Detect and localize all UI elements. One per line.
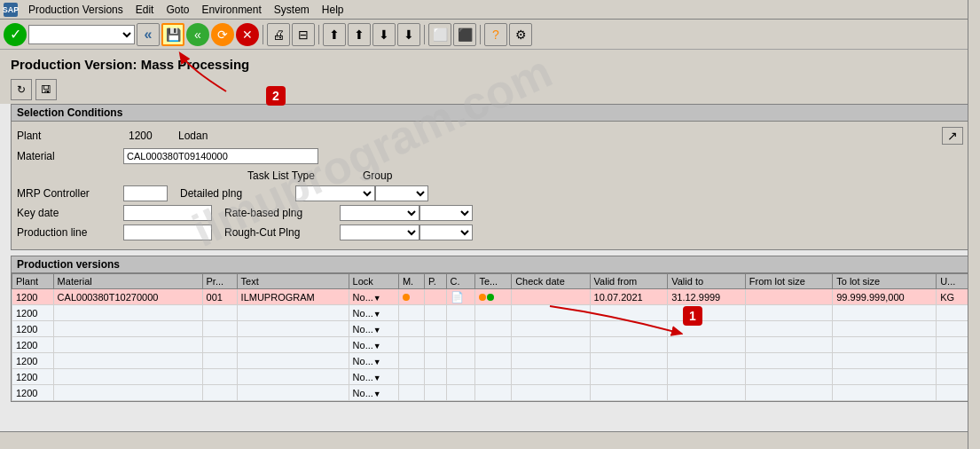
config-button[interactable]: ⚙ bbox=[509, 23, 532, 46]
menu-edit[interactable]: Edit bbox=[130, 3, 160, 17]
cell-value bbox=[745, 353, 832, 369]
material-input[interactable] bbox=[123, 148, 318, 164]
cell-value: 99.999.999,000 bbox=[833, 289, 937, 305]
col-fromlot: From lot size bbox=[745, 274, 832, 289]
lock-dropdown[interactable]: ▼ bbox=[373, 326, 381, 335]
rate-based-type-select[interactable] bbox=[340, 205, 419, 221]
table-row[interactable]: 1200CAL000380T10270000001ILMUPROGRAMNo..… bbox=[12, 289, 968, 305]
production-versions-table: Plant Material Pr... Text Lock M. P. C. … bbox=[12, 273, 968, 401]
cell-value bbox=[237, 369, 349, 385]
prev-button[interactable]: ⬆ bbox=[348, 23, 371, 46]
lock-dropdown[interactable]: ▼ bbox=[373, 310, 381, 319]
menu-goto[interactable]: Goto bbox=[161, 3, 194, 17]
detailed-plng-type-select[interactable] bbox=[295, 185, 375, 201]
next-button[interactable]: ⬇ bbox=[372, 23, 396, 46]
task-list-header-row: Task List Type Group bbox=[17, 169, 963, 182]
cancel-button[interactable]: ✕ bbox=[236, 23, 259, 46]
menu-environment[interactable]: Environment bbox=[196, 3, 266, 17]
cell-value: 001 bbox=[202, 289, 237, 305]
print2-button[interactable]: ⊟ bbox=[292, 23, 315, 46]
window1-button[interactable]: ⬜ bbox=[428, 23, 451, 46]
roughcut-group-select[interactable] bbox=[419, 224, 473, 240]
cell-value: 1200 bbox=[12, 385, 54, 401]
cell-value bbox=[446, 337, 475, 353]
cell-value bbox=[446, 305, 475, 321]
detailed-plng-group-select[interactable] bbox=[375, 185, 428, 201]
command-input[interactable] bbox=[28, 25, 135, 44]
menu-help[interactable]: Help bbox=[317, 3, 349, 17]
lock-value: No... bbox=[353, 372, 373, 382]
keydate-input[interactable] bbox=[123, 205, 212, 221]
help-button[interactable]: ? bbox=[484, 23, 507, 46]
scrollbar[interactable] bbox=[968, 0, 980, 449]
prodline-row: Production line Rough-Cut Plng bbox=[17, 224, 963, 240]
local-file-button[interactable]: 🖫 bbox=[35, 79, 57, 100]
table-row[interactable]: 1200No...▼ bbox=[12, 369, 968, 385]
cell-value bbox=[202, 321, 237, 337]
lock-dropdown[interactable]: ▼ bbox=[373, 358, 381, 366]
lock-dropdown[interactable]: ▼ bbox=[373, 374, 381, 382]
confirm-button[interactable]: ✓ bbox=[4, 23, 27, 46]
menu-production-versions[interactable]: Production Versions bbox=[23, 3, 129, 17]
cell-value: CAL000380T10270000 bbox=[53, 289, 202, 305]
cell-value bbox=[446, 369, 475, 385]
col-tolot: To lot size bbox=[833, 274, 937, 289]
cell-value bbox=[512, 353, 590, 369]
lock-dropdown[interactable]: ▼ bbox=[373, 342, 381, 351]
lock-dropdown[interactable]: ▼ bbox=[373, 294, 381, 303]
col-lock: Lock bbox=[349, 274, 398, 289]
cell-value bbox=[446, 353, 475, 369]
col-c: C. bbox=[446, 274, 475, 289]
cell-value: 1200 bbox=[12, 369, 54, 385]
plant-row: Plant 1200 Lodan ↗ bbox=[17, 127, 963, 145]
roughcut-type-select[interactable] bbox=[340, 224, 419, 240]
cell-value bbox=[53, 337, 202, 353]
table-row[interactable]: 1200No...▼ bbox=[12, 321, 968, 337]
prodline-input[interactable] bbox=[123, 224, 212, 240]
save-button[interactable]: 💾 bbox=[161, 23, 184, 46]
menu-system[interactable]: System bbox=[269, 3, 315, 17]
table-row[interactable]: 1200No...▼ bbox=[12, 353, 968, 369]
lock-value: No... bbox=[353, 356, 373, 366]
cell-value bbox=[745, 385, 832, 401]
cell-value: 1200 bbox=[12, 305, 54, 321]
page-toolbar: ↻ 🖫 bbox=[11, 75, 969, 104]
last-button[interactable]: ⬇ bbox=[397, 23, 420, 46]
table-row[interactable]: 1200No...▼ bbox=[12, 337, 968, 353]
mrp-input[interactable] bbox=[123, 185, 168, 201]
cell-value bbox=[475, 337, 512, 353]
cell-value: 1200 bbox=[12, 353, 54, 369]
back-button[interactable]: « bbox=[137, 23, 160, 46]
cell-value bbox=[475, 385, 512, 401]
cell-value bbox=[237, 321, 349, 337]
col-text: Text bbox=[237, 274, 349, 289]
cell-value bbox=[512, 369, 590, 385]
col-te: Te... bbox=[475, 274, 512, 289]
table-row[interactable]: 1200No...▼ bbox=[12, 385, 968, 401]
cell-value bbox=[590, 385, 668, 401]
production-versions-header: Production versions bbox=[12, 256, 968, 273]
cell-value bbox=[424, 385, 446, 401]
roughcut-label: Rough-Cut Plng bbox=[224, 226, 340, 239]
print1-button[interactable]: 🖨 bbox=[267, 23, 290, 46]
first-button[interactable]: ⬆ bbox=[323, 23, 346, 46]
col-p: P. bbox=[424, 274, 446, 289]
cell-value bbox=[833, 321, 937, 337]
task-list-type-header: Task List Type bbox=[247, 169, 363, 182]
plant-value: 1200 bbox=[129, 130, 173, 142]
table-header-row: Plant Material Pr... Text Lock M. P. C. … bbox=[12, 274, 968, 289]
back2-button[interactable]: « bbox=[186, 23, 209, 46]
lock-dropdown[interactable]: ▼ bbox=[373, 390, 381, 398]
cell-value bbox=[398, 337, 424, 353]
rate-based-group-select[interactable] bbox=[419, 205, 473, 221]
cell-value bbox=[590, 353, 668, 369]
prodline-label: Production line bbox=[17, 226, 123, 239]
external-link-button[interactable]: ↗ bbox=[942, 127, 963, 145]
cell-value bbox=[237, 385, 349, 401]
cell-value bbox=[590, 369, 668, 385]
table-row[interactable]: 1200No...▼ bbox=[12, 305, 968, 321]
refresh-button[interactable]: ↻ bbox=[11, 79, 32, 100]
window2-button[interactable]: ⬛ bbox=[453, 23, 476, 46]
mrp-label: MRP Controller bbox=[17, 187, 123, 200]
forward-button[interactable]: ⟳ bbox=[211, 23, 234, 46]
